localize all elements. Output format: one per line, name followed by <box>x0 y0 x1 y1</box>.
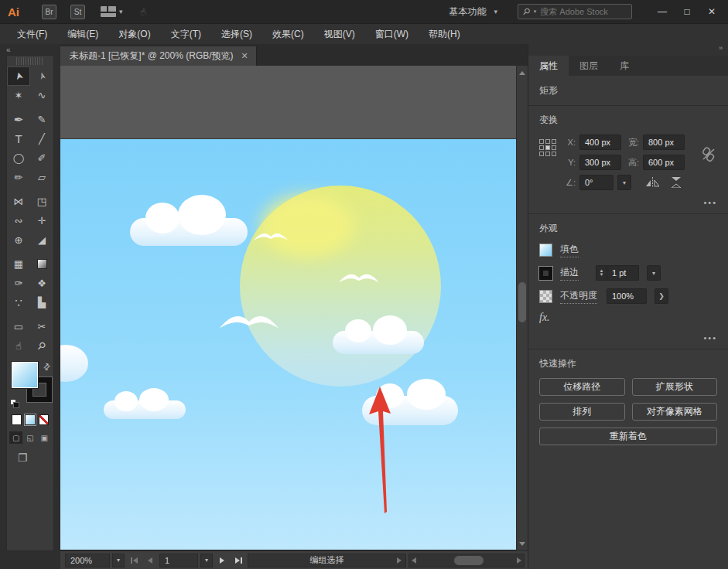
offset-path-button[interactable]: 位移路径 <box>539 378 625 396</box>
gradient-button[interactable] <box>25 414 35 425</box>
default-fill-stroke-icon[interactable] <box>10 399 19 408</box>
artboard-tool[interactable]: ▭ <box>7 317 30 336</box>
menu-window[interactable]: 窗口(W) <box>366 24 418 44</box>
flip-horizontal-icon[interactable] <box>646 177 659 188</box>
document-tab[interactable]: 未标题-1 [已恢复]* @ 200% (RGB/预览) ✕ <box>60 46 257 66</box>
tab-properties[interactable]: 属性 <box>528 56 569 76</box>
fx-effects-button[interactable]: fx. <box>539 312 717 324</box>
expand-shape-button[interactable]: 扩展形状 <box>632 378 718 396</box>
gradient-tool[interactable] <box>30 254 53 274</box>
artboard-dropdown-icon[interactable]: ▾ <box>200 554 213 567</box>
zoom-level-field[interactable]: 200% <box>65 554 110 567</box>
lasso-tool[interactable]: ∿ <box>30 86 53 105</box>
maximize-button[interactable]: □ <box>675 3 699 20</box>
minimize-button[interactable]: — <box>651 3 674 20</box>
none-button[interactable] <box>39 414 49 425</box>
stepper-arrows-icon[interactable]: ▲▼ <box>596 265 607 281</box>
rotation-dropdown-icon[interactable]: ▾ <box>617 175 631 190</box>
arrange-documents-icon[interactable] <box>101 6 116 17</box>
vertical-scroll-thumb[interactable] <box>518 282 526 322</box>
rotate-reflect-tool[interactable]: ⋈ <box>7 192 30 211</box>
perspective-grid-tool[interactable]: ◢ <box>30 230 53 250</box>
artboard-sky-artwork[interactable] <box>60 139 516 550</box>
opacity-expand-icon[interactable]: ❯ <box>655 288 668 304</box>
eyedropper-tool[interactable]: ✑ <box>7 274 30 293</box>
zoom-tool[interactable]: ⚲ <box>30 336 53 356</box>
menu-view[interactable]: 视图(V) <box>315 24 364 44</box>
cloud-shape[interactable] <box>130 218 248 246</box>
pen-tool[interactable]: ✒ <box>7 110 30 129</box>
zoom-dropdown-icon[interactable]: ▾ <box>112 554 125 567</box>
y-field[interactable]: 300 px <box>579 155 621 170</box>
menu-effect[interactable]: 效果(C) <box>263 24 313 44</box>
opacity-label[interactable]: 不透明度 <box>560 289 597 304</box>
opacity-field[interactable]: 100% <box>607 288 647 304</box>
pencil-tool[interactable]: ✏ <box>7 168 30 187</box>
scroll-down-icon[interactable] <box>517 538 528 549</box>
slice-tool[interactable]: ✂ <box>30 317 53 336</box>
cloud-shape[interactable] <box>333 331 424 354</box>
red-arrow-annotation[interactable] <box>364 387 396 516</box>
draw-behind-icon[interactable]: ◱ <box>23 431 36 444</box>
stroke-label[interactable]: 描边 <box>560 266 579 281</box>
direct-selection-tool[interactable]: ➢ <box>30 66 53 86</box>
blend-tool[interactable]: ❖ <box>30 274 53 293</box>
next-artboard-button[interactable] <box>215 554 229 567</box>
magic-wand-tool[interactable]: ✶ <box>7 86 30 105</box>
x-field[interactable]: 400 px <box>579 135 621 150</box>
menu-file[interactable]: 文件(F) <box>8 24 56 44</box>
shape-builder-tool[interactable]: ⊕ <box>7 230 30 250</box>
stroke-swatch[interactable] <box>539 267 552 280</box>
bridge-icon[interactable]: Br <box>42 5 56 19</box>
draw-normal-icon[interactable]: ▢ <box>9 431 22 444</box>
last-artboard-button[interactable] <box>231 554 245 567</box>
draw-inside-icon[interactable]: ▣ <box>38 431 51 444</box>
status-menu-icon[interactable] <box>397 557 402 564</box>
eraser-tool[interactable]: ▱ <box>30 168 53 187</box>
opacity-swatch[interactable] <box>539 290 552 303</box>
collapse-panel-icon[interactable]: » <box>528 44 728 56</box>
workspace-switcher[interactable]: 基本功能 ▾ <box>449 5 497 19</box>
tab-libraries[interactable]: 库 <box>609 56 640 76</box>
stock-icon[interactable]: St <box>70 5 85 19</box>
line-segment-tool[interactable]: ╱ <box>30 129 53 148</box>
menu-help[interactable]: 帮助(H) <box>419 24 470 44</box>
horizontal-scroll-thumb[interactable] <box>454 556 484 565</box>
menu-select[interactable]: 选择(S) <box>212 24 261 44</box>
width-tool[interactable]: ∾ <box>7 211 30 230</box>
scroll-up-icon[interactable] <box>517 67 528 78</box>
curvature-tool[interactable]: ✎ <box>30 110 53 129</box>
mesh-tool[interactable]: ▦ <box>7 254 30 274</box>
search-input[interactable] <box>540 7 617 16</box>
tab-layers[interactable]: 图层 <box>569 56 609 76</box>
fill-label[interactable]: 填色 <box>560 243 579 257</box>
more-options-icon[interactable]: ••• <box>539 330 717 349</box>
menu-edit[interactable]: 编辑(E) <box>58 24 108 44</box>
height-field[interactable]: 600 px <box>643 155 685 170</box>
width-field[interactable]: 800 px <box>643 135 685 150</box>
close-button[interactable]: ✕ <box>700 3 723 20</box>
more-options-icon[interactable]: ••• <box>539 195 717 213</box>
fill-swatch[interactable] <box>539 244 552 257</box>
horizontal-scrollbar[interactable] <box>408 554 525 567</box>
stroke-weight-value[interactable]: 1 pt <box>607 265 639 281</box>
bird-shape[interactable] <box>219 311 279 332</box>
close-tab-icon[interactable]: ✕ <box>241 51 248 61</box>
bird-shape[interactable] <box>339 271 379 285</box>
arrange-button[interactable]: 排列 <box>539 403 625 421</box>
pasteboard[interactable] <box>60 66 516 139</box>
symbol-sprayer-tool[interactable]: ∵ <box>7 293 30 312</box>
swap-fill-stroke-icon[interactable]: ⇄ <box>41 361 53 373</box>
stroke-weight-stepper[interactable]: ▲▼ 1 pt <box>596 265 639 281</box>
stock-search-box[interactable]: ⚲ ▾ <box>518 4 632 19</box>
align-pixel-grid-button[interactable]: 对齐像素网格 <box>632 403 718 421</box>
scale-tool[interactable]: ◳ <box>30 192 53 211</box>
paintbrush-tool[interactable]: ✐ <box>30 148 53 168</box>
color-button[interactable] <box>12 414 22 425</box>
vertical-scrollbar[interactable] <box>516 66 528 550</box>
menu-type[interactable]: 文字(T) <box>162 24 210 44</box>
selection-tool[interactable]: ➤ <box>7 66 30 86</box>
menu-object[interactable]: 对象(O) <box>109 24 159 44</box>
screen-mode-icon[interactable]: ❐ <box>18 451 53 464</box>
collapse-panel-icon[interactable]: « <box>6 44 60 55</box>
